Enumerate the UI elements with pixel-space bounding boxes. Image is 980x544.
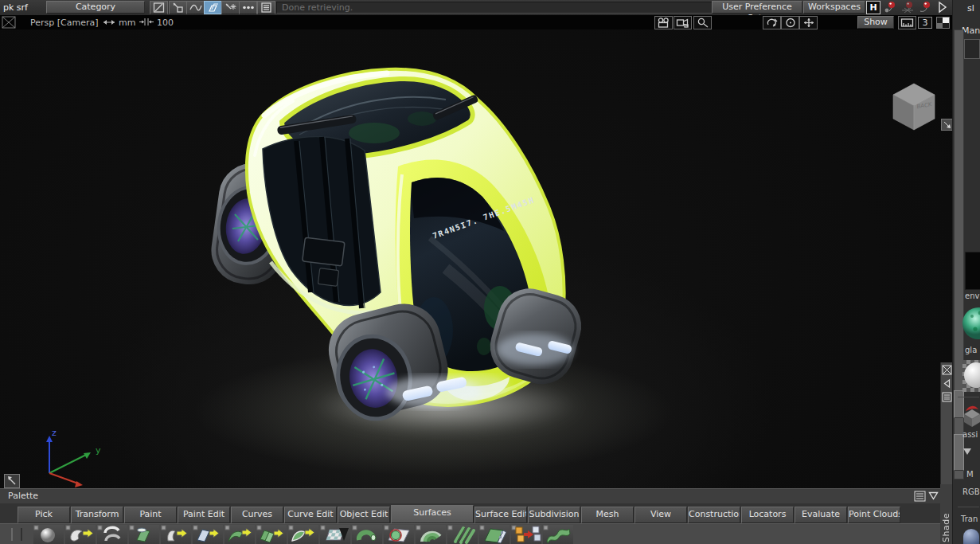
panel-menu-icon[interactable] [942, 392, 952, 402]
axis-y-label: y [96, 445, 101, 456]
window-close-icon[interactable] [2, 16, 16, 29]
shader-ball-swatch[interactable] [963, 529, 979, 544]
pick-point-icon[interactable] [221, 1, 240, 14]
workspaces-button[interactable]: Workspaces [803, 1, 865, 14]
tool-fan-arrow[interactable] [225, 525, 255, 544]
tab-pick[interactable]: Pick [18, 507, 70, 523]
units-label: mm [119, 18, 135, 28]
tool-sheet-arrow[interactable] [193, 525, 223, 544]
tool-leaf-arrow[interactable] [288, 525, 318, 544]
multilister-m-label: M [966, 470, 974, 479]
show-menu-button[interactable]: Show [857, 16, 894, 29]
category-dropdown[interactable]: Category [46, 1, 145, 14]
transparency-label: Tran [961, 515, 978, 523]
tab-surface-edit[interactable]: Surface Edit [474, 507, 527, 523]
divider [958, 507, 979, 507]
tab-transform[interactable]: Transform [71, 507, 123, 523]
tab-evaluate[interactable]: Evaluate [795, 507, 847, 523]
no-pick-icon[interactable] [150, 1, 168, 14]
tab-object-edit[interactable]: Object Edit [338, 507, 390, 523]
alias-3d-app: pk srf Category Done retrieving. User Pr… [0, 0, 980, 544]
tab-locators[interactable]: Locators [741, 507, 794, 523]
panel-section-label: Man [962, 25, 980, 36]
expand-triangle-icon[interactable] [962, 448, 972, 456]
tool-sphere-primitive[interactable] [33, 525, 64, 544]
view-name-label[interactable]: Persp [Camera] [30, 18, 99, 28]
detail-level-value[interactable]: 3 [918, 17, 932, 29]
tool-concentric-shell[interactable] [416, 525, 446, 544]
editor-list-icon[interactable] [257, 1, 275, 14]
palette-collapse-icon[interactable] [928, 491, 939, 500]
environment-swatch[interactable] [965, 252, 980, 290]
movie-camera-icon[interactable] [654, 16, 673, 29]
tab-surfaces[interactable]: Surfaces [391, 505, 474, 523]
tumble-view-icon[interactable] [763, 16, 781, 29]
tab-paint[interactable]: Paint [124, 507, 177, 523]
hotkeys-icon[interactable]: H [866, 1, 880, 14]
view-cube[interactable]: BACK [882, 76, 944, 135]
tool-green-cylinder[interactable] [129, 525, 159, 544]
tab-view[interactable]: View [634, 507, 687, 523]
tab-mesh[interactable]: Mesh [581, 507, 634, 523]
divider [958, 397, 979, 397]
zoom-tool-icon[interactable] [693, 16, 712, 29]
glass-material-swatch[interactable] [962, 305, 980, 342]
look-at-icon[interactable] [781, 16, 799, 29]
ruler-icon[interactable] [898, 16, 916, 29]
tool-pipes[interactable] [447, 525, 478, 544]
viewport-resize-icon[interactable] [4, 474, 20, 488]
tool-shell-pair[interactable] [97, 525, 127, 544]
panel-resize-icon[interactable] [941, 119, 953, 131]
palette-tabs: Pick Transform Paint Paint Edit Curves C… [0, 503, 940, 523]
tool-tube[interactable] [352, 525, 382, 544]
white-material-swatch[interactable] [962, 360, 980, 392]
pin-curve-icon[interactable] [917, 1, 933, 14]
diagnostic-shade-vertical-tab[interactable]: Diagnostic Shade [940, 484, 952, 544]
pin-grid-icon[interactable] [900, 1, 916, 14]
assign-shader-icon[interactable] [962, 403, 980, 429]
grid-spacing-icon [139, 18, 154, 26]
palette-list-icon[interactable] [914, 491, 926, 502]
palette-title: Palette [8, 491, 38, 501]
tab-subdivision[interactable]: Subdivision [528, 507, 580, 523]
user-preference-sets-button[interactable]: User Preference Sets [712, 1, 802, 14]
grid-spacing-value[interactable]: 100 [157, 18, 174, 28]
video-camera-icon[interactable] [674, 16, 692, 29]
tool-blob-arrow[interactable] [161, 525, 191, 544]
more-options-icon[interactable] [239, 1, 257, 14]
panel-top-text: sl [967, 3, 974, 14]
tool-checker-flag[interactable] [320, 525, 350, 544]
pick-curve-icon[interactable] [186, 1, 205, 14]
right-panel: sl Man env gla assi M RGB Tran [952, 0, 980, 544]
track-view-icon[interactable] [799, 16, 818, 29]
pick-surface-icon[interactable] [204, 1, 222, 14]
panel-collapse-icon[interactable] [942, 378, 952, 389]
shelf-grip[interactable] [11, 528, 22, 541]
main-toolbar: pk srf Category Done retrieving. User Pr… [0, 0, 980, 16]
rgb-label: RGB [962, 487, 980, 496]
tab-construction[interactable]: Construction [688, 507, 740, 523]
tool-wavy-sheet[interactable] [543, 525, 573, 544]
tab-paint-edit[interactable]: Paint Edit [178, 507, 230, 523]
perspective-viewport[interactable]: 7R4N5I7. 7HE.5M45H [0, 29, 952, 488]
corner-shade-icon[interactable] [936, 17, 950, 29]
tool-checker-patch[interactable] [479, 525, 510, 544]
tab-curves[interactable]: Curves [231, 507, 283, 523]
camera-bar: Persp [Camera] mm 100 Show 3 [0, 15, 952, 29]
panel-close-icon[interactable] [942, 365, 952, 375]
environment-label: env [965, 292, 979, 300]
tab-curve-edit[interactable]: Curve Edit [284, 507, 337, 523]
tool-stack-swap[interactable] [511, 525, 541, 544]
pick-object-icon[interactable] [169, 1, 187, 14]
tab-point-clouds[interactable]: Point Clouds [848, 507, 900, 523]
panel-field[interactable] [964, 39, 980, 59]
tool-sheet-pair-arrow[interactable] [256, 525, 287, 544]
next-toolbar-icon[interactable] [936, 1, 949, 14]
palette-titlebar[interactable]: Palette [0, 488, 940, 505]
axis-z-label: z [52, 428, 57, 438]
tool-carve-arrow[interactable] [65, 525, 96, 544]
tool-ball-on-patch[interactable] [384, 525, 414, 544]
surfaces-shelf [0, 523, 940, 544]
pin-sphere-icon[interactable] [882, 1, 898, 14]
glass-label: gla [965, 346, 977, 354]
